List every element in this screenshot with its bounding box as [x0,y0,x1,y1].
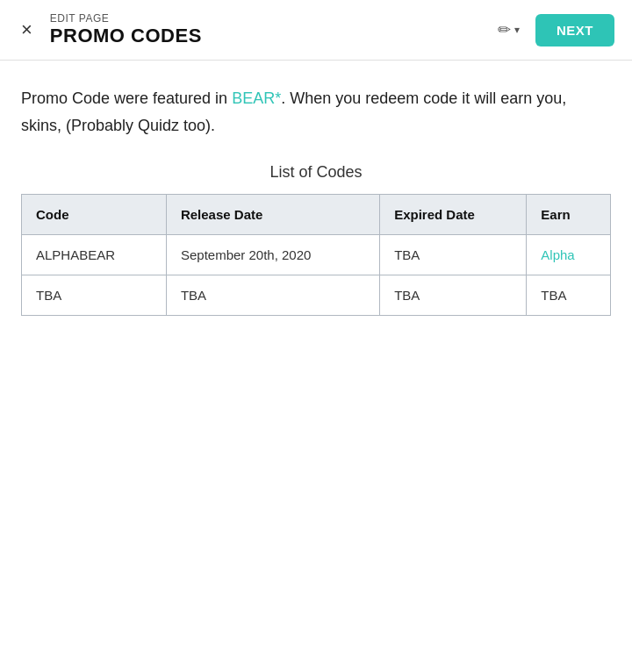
cell-expired-date: TBA [380,275,527,316]
cell-release-date: September 20th, 2020 [166,235,379,275]
table-row: TBATBATBATBA [22,275,611,316]
header-left: × EDIT PAGE PROMO CODES [18,12,202,47]
col-header-earn: Earn [527,195,611,235]
cell-code: ALPHABEAR [22,235,167,275]
description-part1: Promo Code were featured in [21,89,232,107]
cell-earn: Alpha [527,235,611,275]
table-row: ALPHABEARSeptember 20th, 2020TBAAlpha [22,235,611,275]
cell-expired-date: TBA [380,235,527,275]
header-subtitle: EDIT PAGE [50,12,202,25]
cell-code: TBA [22,275,167,316]
header-right: ✏ ▾ NEXT [491,14,614,46]
edit-icon: ✏ [498,20,511,39]
earn-value-link: Alpha [541,247,574,262]
table-title: List of Codes [269,163,362,182]
header-title: PROMO CODES [50,25,202,47]
cell-release-date: TBA [166,275,379,316]
col-header-expired-date: Expired Date [380,195,527,235]
edit-button[interactable]: ✏ ▾ [491,15,527,45]
codes-table: Code Release Date Expired Date Earn ALPH… [21,194,611,316]
col-header-release-date: Release Date [166,195,379,235]
col-header-code: Code [22,195,167,235]
table-header-row: Code Release Date Expired Date Earn [22,195,611,235]
page-header: × EDIT PAGE PROMO CODES ✏ ▾ NEXT [0,0,632,61]
next-button[interactable]: NEXT [535,14,614,46]
bear-highlight: BEAR* [232,89,281,107]
description-text: Promo Code were featured in BEAR*. When … [21,85,611,139]
close-button[interactable]: × [18,17,36,43]
chevron-down-icon: ▾ [514,24,520,36]
cell-earn: TBA [527,275,611,316]
title-block: EDIT PAGE PROMO CODES [50,12,202,47]
table-section: List of Codes Code Release Date Expired … [21,163,611,316]
main-content: Promo Code were featured in BEAR*. When … [0,61,632,337]
